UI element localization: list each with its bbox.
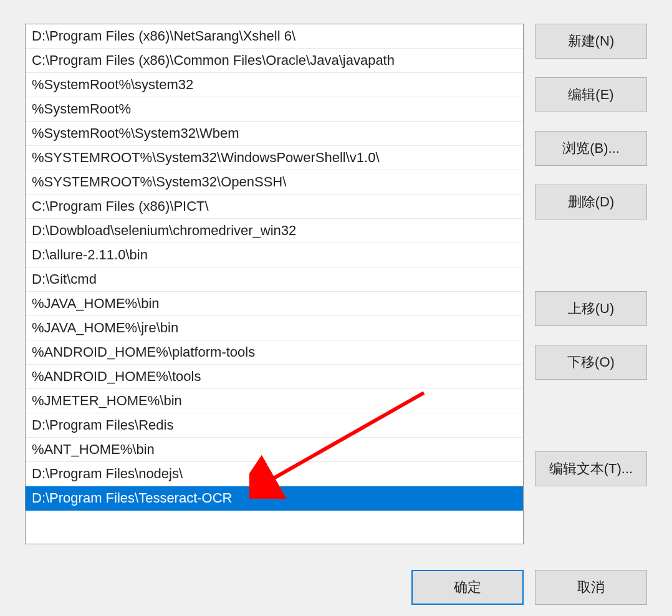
- list-item[interactable]: %ANDROID_HOME%\tools: [26, 365, 523, 389]
- delete-button[interactable]: 删除(D): [535, 185, 647, 219]
- cancel-button[interactable]: 取消: [535, 570, 647, 605]
- path-list[interactable]: D:\Program Files (x86)\NetSarang\Xshell …: [25, 24, 524, 544]
- list-item[interactable]: %SystemRoot%\System32\Wbem: [26, 122, 523, 146]
- list-item[interactable]: %JAVA_HOME%\jre\bin: [26, 316, 523, 340]
- list-item[interactable]: D:\Dowbload\selenium\chromedriver_win32: [26, 219, 523, 243]
- list-item[interactable]: %ANT_HOME%\bin: [26, 438, 523, 462]
- list-item[interactable]: D:\Program Files (x86)\NetSarang\Xshell …: [26, 24, 523, 49]
- list-item[interactable]: C:\Program Files (x86)\PICT\: [26, 195, 523, 219]
- bottom-button-panel: 确定 取消: [411, 570, 647, 605]
- new-button[interactable]: 新建(N): [535, 24, 647, 59]
- list-item[interactable]: %ANDROID_HOME%\platform-tools: [26, 340, 523, 365]
- list-item[interactable]: D:\Program Files\Redis: [26, 413, 523, 438]
- browse-button[interactable]: 浏览(B)...: [535, 131, 647, 166]
- list-item[interactable]: %JMETER_HOME%\bin: [26, 389, 523, 413]
- list-item[interactable]: %SystemRoot%: [26, 97, 523, 122]
- list-item[interactable]: %SystemRoot%\system32: [26, 73, 523, 97]
- list-item[interactable]: D:\Git\cmd: [26, 267, 523, 292]
- move-up-button[interactable]: 上移(U): [535, 291, 647, 326]
- list-item[interactable]: D:\Program Files\nodejs\: [26, 462, 523, 486]
- env-var-editor: D:\Program Files (x86)\NetSarang\Xshell …: [25, 24, 648, 572]
- move-down-button[interactable]: 下移(O): [535, 345, 647, 380]
- list-item[interactable]: %SYSTEMROOT%\System32\WindowsPowerShell\…: [26, 146, 523, 170]
- side-button-panel: 新建(N) 编辑(E) 浏览(B)... 删除(D) 上移(U) 下移(O) 编…: [535, 24, 647, 572]
- list-item[interactable]: %JAVA_HOME%\bin: [26, 292, 523, 316]
- list-item[interactable]: C:\Program Files (x86)\Common Files\Orac…: [26, 49, 523, 73]
- spacer: [535, 398, 647, 433]
- list-item[interactable]: D:\Program Files\Tesseract-OCR: [26, 486, 523, 511]
- ok-button[interactable]: 确定: [411, 570, 524, 605]
- spacer: [535, 238, 647, 272]
- edit-button[interactable]: 编辑(E): [535, 77, 647, 112]
- list-item[interactable]: %SYSTEMROOT%\System32\OpenSSH\: [26, 170, 523, 195]
- edit-text-button[interactable]: 编辑文本(T)...: [535, 451, 647, 486]
- list-item[interactable]: D:\allure-2.11.0\bin: [26, 243, 523, 267]
